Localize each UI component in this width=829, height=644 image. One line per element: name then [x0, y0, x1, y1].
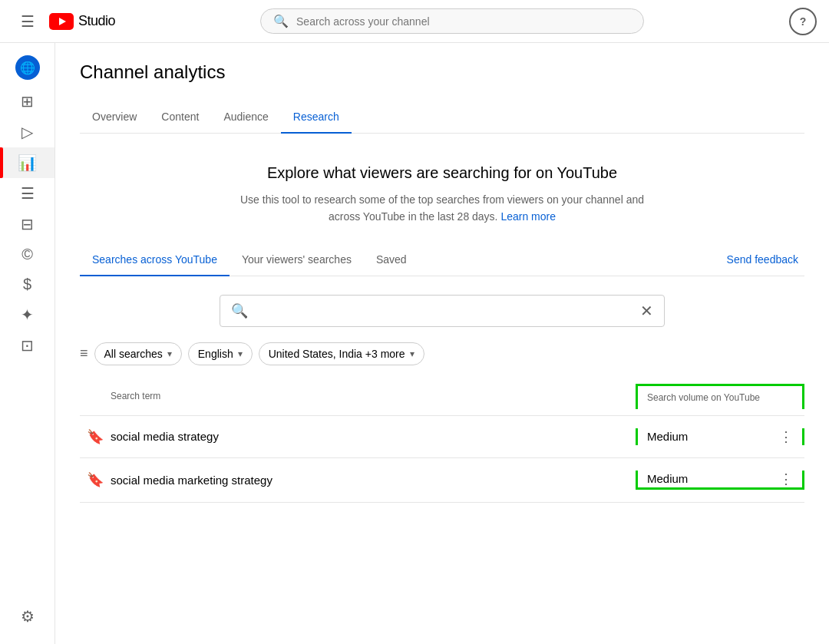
more-options-icon[interactable]: ⋮ [779, 428, 793, 445]
main-tabs: Overview Content Audience Research [80, 101, 804, 134]
row-volume: Medium ⋮ [636, 428, 804, 445]
table-row: 🔖 social media marketing strategy Medium… [80, 458, 804, 503]
sidebar-item-copyright[interactable]: © [0, 239, 54, 269]
hamburger-icon: ☰ [21, 12, 35, 31]
menu-button[interactable]: ☰ [12, 6, 43, 37]
sub-tabs: Searches across YouTube Your viewers' se… [80, 244, 804, 276]
col-header-volume: Search volume on YouTube [636, 384, 804, 409]
youtube-logo-icon [49, 13, 74, 30]
header-right: ? [789, 8, 817, 35]
sidebar-item-settings[interactable]: ⚙ [21, 601, 35, 632]
sidebar-item-comments[interactable]: ☰ [0, 178, 54, 209]
help-button[interactable]: ? [789, 8, 817, 35]
app: ☰ Studio 🔍 ? 🌐 [0, 0, 829, 644]
chevron-down-icon: ▾ [238, 348, 243, 359]
research-section: Explore what viewers are searching for o… [80, 134, 804, 244]
sub-tab-saved[interactable]: Saved [364, 244, 419, 276]
sub-tab-viewer-searches[interactable]: Your viewers' searches [230, 244, 364, 276]
customization-icon: ✦ [21, 305, 34, 324]
row-term: social media marketing strategy [111, 474, 636, 487]
tab-overview[interactable]: Overview [80, 101, 149, 134]
settings-icon: ⚙ [21, 607, 35, 626]
globe-icon: 🌐 [15, 55, 40, 80]
header-search-input[interactable] [296, 15, 631, 28]
bookmark-icon[interactable]: 🔖 [80, 471, 111, 488]
chevron-down-icon: ▾ [410, 348, 414, 359]
header-search-icon: 🔍 [273, 14, 289, 28]
table-header: Search term Search volume on YouTube [80, 378, 804, 416]
content-icon: ▷ [21, 123, 33, 141]
filter-icon: ≡ [80, 345, 88, 362]
results-table: Search term Search volume on YouTube 🔖 s… [80, 378, 804, 503]
sidebar-item-dashboard[interactable]: ⊞ [0, 86, 54, 117]
sidebar-item-library[interactable]: ⊡ [0, 330, 54, 361]
main-layout: 🌐 ⊞ ▷ 📊 ☰ ⊟ © $ ✦ [0, 43, 829, 644]
sidebar-item-customization[interactable]: ✦ [0, 299, 54, 330]
search-input-wrap[interactable]: 🔍 [260, 8, 644, 34]
filters-bar: ≡ All searches ▾ English ▾ United States… [80, 342, 804, 365]
sidebar-item-channel[interactable]: 🌐 [0, 49, 54, 86]
sidebar: 🌐 ⊞ ▷ 📊 ☰ ⊟ © $ ✦ [0, 43, 55, 644]
bookmark-icon[interactable]: 🔖 [80, 428, 111, 445]
learn-more-link[interactable]: Learn more [500, 210, 556, 223]
research-description: Use this tool to research some of the to… [235, 191, 649, 226]
row-term: social media strategy [111, 430, 636, 443]
tab-audience[interactable]: Audience [211, 101, 280, 134]
header-left: ☰ Studio [12, 6, 115, 37]
send-feedback-button[interactable]: Send feedback [721, 244, 804, 275]
copyright-icon: © [21, 246, 33, 263]
research-title: Explore what viewers are searching for o… [80, 164, 804, 182]
monetization-icon: $ [23, 276, 31, 293]
analytics-icon: 📊 [18, 154, 37, 172]
tab-research[interactable]: Research [281, 101, 352, 134]
filter-locations[interactable]: United States, India +3 more ▾ [259, 342, 424, 365]
header: ☰ Studio 🔍 ? [0, 0, 829, 43]
sidebar-item-analytics[interactable]: 📊 [0, 147, 54, 178]
library-icon: ⊡ [21, 336, 34, 355]
sidebar-item-monetization[interactable]: $ [0, 269, 54, 299]
row-volume: Medium ⋮ [636, 471, 804, 490]
search-field-input[interactable]: social media strategy [257, 304, 640, 318]
subtitles-icon: ⊟ [21, 215, 34, 233]
more-options-icon[interactable]: ⋮ [779, 471, 793, 487]
sidebar-item-subtitles[interactable]: ⊟ [0, 209, 54, 239]
main-content: Channel analytics Overview Content Audie… [55, 43, 829, 644]
table-row: 🔖 social media strategy Medium ⋮ [80, 416, 804, 458]
sidebar-item-content[interactable]: ▷ [0, 117, 54, 147]
chevron-down-icon: ▾ [167, 348, 172, 359]
dashboard-icon: ⊞ [21, 92, 34, 111]
sub-tab-searches-youtube[interactable]: Searches across YouTube [80, 244, 230, 276]
search-clear-icon[interactable]: ✕ [640, 302, 653, 320]
search-field-container: 🔍 social media strategy ✕ [220, 295, 665, 327]
search-field-icon: 🔍 [231, 302, 248, 319]
tab-content[interactable]: Content [149, 101, 211, 134]
filter-english[interactable]: English ▾ [188, 342, 253, 365]
comments-icon: ☰ [21, 184, 35, 203]
page-title: Channel analytics [80, 61, 804, 83]
filter-all-searches[interactable]: All searches ▾ [94, 342, 182, 365]
header-search: 🔍 [115, 8, 789, 34]
search-field-wrap: 🔍 social media strategy ✕ [220, 295, 665, 327]
logo[interactable]: Studio [49, 13, 115, 30]
col-header-term: Search term [80, 391, 636, 401]
studio-text: Studio [78, 13, 115, 29]
sidebar-bottom: ⚙ [21, 601, 35, 644]
